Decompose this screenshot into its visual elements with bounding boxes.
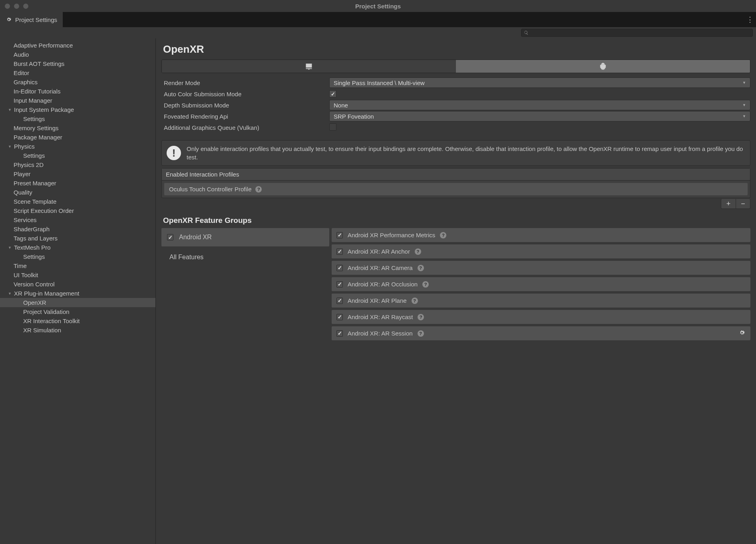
sidebar-item-openxr[interactable]: OpenXR — [0, 298, 155, 307]
sidebar-item-xr-plug-in-management[interactable]: XR Plug-in Management — [0, 289, 155, 298]
sidebar-item-settings[interactable]: Settings — [0, 252, 155, 261]
info-box: ! Only enable interaction profiles that … — [161, 140, 750, 166]
sidebar-item-tags-and-layers[interactable]: Tags and Layers — [0, 234, 155, 243]
sidebar-item-settings[interactable]: Settings — [0, 114, 155, 123]
feature-row[interactable]: Android XR: AR Raycast? — [332, 310, 750, 324]
platform-tab-standalone[interactable] — [162, 60, 456, 73]
more-menu-icon[interactable]: ⋮ — [744, 12, 756, 27]
sidebar-item-preset-manager[interactable]: Preset Manager — [0, 179, 155, 188]
feature-checkbox[interactable] — [336, 232, 343, 238]
feature-groups-title: OpenXR Feature Groups — [163, 216, 750, 225]
sidebar-item-xr-simulation[interactable]: XR Simulation — [0, 326, 155, 335]
content-panel: OpenXR Render Mode Single Pass Instanced… — [156, 38, 756, 544]
help-icon[interactable]: ? — [418, 265, 424, 271]
tab-bar: Project Settings ⋮ — [0, 12, 756, 27]
sidebar-item-package-manager[interactable]: Package Manager — [0, 133, 155, 142]
feature-checkbox[interactable] — [336, 248, 343, 255]
sidebar-item-physics-2d[interactable]: Physics 2D — [0, 160, 155, 169]
feature-label: Android XR Performance Metrics — [348, 232, 435, 238]
minimize-window-icon[interactable] — [14, 4, 19, 9]
interaction-profiles-header: Enabled Interaction Profiles — [162, 169, 750, 181]
sidebar-item-in-editor-tutorials[interactable]: In-Editor Tutorials — [0, 87, 155, 96]
feature-row[interactable]: Android XR: AR Plane? — [332, 294, 750, 308]
feature-group-label: Android XR — [179, 234, 212, 241]
feature-group-all-features[interactable]: All Features — [161, 248, 329, 266]
sidebar-item-ui-toolkit[interactable]: UI Toolkit — [0, 270, 155, 280]
feature-label: Android XR: AR Raycast — [348, 314, 413, 320]
feature-row[interactable]: Android XR: AR Anchor? — [332, 244, 750, 258]
feature-label: Android XR: AR Plane — [348, 297, 407, 304]
help-icon[interactable]: ? — [255, 186, 262, 193]
sidebar-item-services[interactable]: Services — [0, 215, 155, 224]
sidebar: Adaptive PerformanceAudioBurst AOT Setti… — [0, 38, 156, 544]
tab-project-settings[interactable]: Project Settings — [0, 12, 63, 27]
window-title: Project Settings — [355, 3, 401, 10]
help-icon[interactable]: ? — [412, 298, 418, 304]
feature-checkbox[interactable] — [336, 265, 343, 271]
feature-label: Android XR: AR Session — [348, 330, 413, 337]
sidebar-item-input-system-package[interactable]: Input System Package — [0, 105, 155, 114]
search-row — [0, 27, 756, 38]
checkbox-additional-queue[interactable] — [329, 123, 336, 131]
monitor-icon — [305, 62, 313, 70]
feature-checkbox[interactable] — [336, 298, 343, 304]
sidebar-item-time[interactable]: Time — [0, 261, 155, 270]
feature-checkbox[interactable] — [336, 281, 343, 288]
sidebar-item-graphics[interactable]: Graphics — [0, 77, 155, 87]
maximize-window-icon[interactable] — [23, 4, 28, 9]
remove-profile-button[interactable]: − — [736, 199, 750, 208]
dropdown-foveated[interactable]: SRP Foveation — [329, 111, 750, 121]
help-icon[interactable]: ? — [440, 232, 446, 238]
feature-checkbox[interactable] — [336, 330, 343, 337]
features-list: Android XR Performance Metrics?Android X… — [332, 228, 750, 340]
help-icon[interactable]: ? — [415, 248, 421, 255]
feature-group-android-xr[interactable]: Android XR — [161, 228, 329, 246]
sidebar-item-textmesh-pro[interactable]: TextMesh Pro — [0, 243, 155, 252]
sidebar-item-quality[interactable]: Quality — [0, 188, 155, 197]
sidebar-item-physics[interactable]: Physics — [0, 142, 155, 151]
sidebar-item-input-manager[interactable]: Input Manager — [0, 96, 155, 105]
android-icon — [599, 62, 607, 70]
close-window-icon[interactable] — [5, 4, 10, 9]
feature-row[interactable]: Android XR Performance Metrics? — [332, 228, 750, 242]
add-profile-button[interactable]: + — [721, 199, 736, 208]
help-icon[interactable]: ? — [418, 314, 424, 320]
help-icon[interactable]: ? — [418, 330, 424, 337]
feature-row[interactable]: Android XR: AR Occlusion? — [332, 277, 750, 291]
dropdown-depth-submission[interactable]: None — [329, 100, 750, 110]
feature-label: Android XR: AR Anchor — [348, 248, 410, 255]
feature-row[interactable]: Android XR: AR Session? — [332, 326, 750, 340]
sidebar-item-player[interactable]: Player — [0, 169, 155, 179]
sidebar-item-scene-template[interactable]: Scene Template — [0, 197, 155, 206]
sidebar-item-project-validation[interactable]: Project Validation — [0, 307, 155, 316]
sidebar-item-xr-interaction-toolkit[interactable]: XR Interaction Toolkit — [0, 316, 155, 326]
feature-label: Android XR: AR Camera — [348, 264, 413, 271]
feature-checkbox[interactable] — [336, 314, 343, 320]
sidebar-item-version-control[interactable]: Version Control — [0, 280, 155, 289]
search-input[interactable] — [521, 29, 753, 37]
titlebar: Project Settings — [0, 0, 756, 12]
interaction-profile-row[interactable]: Oculus Touch Controller Profile? — [164, 183, 748, 195]
sidebar-item-memory-settings[interactable]: Memory Settings — [0, 123, 155, 133]
profile-label: Oculus Touch Controller Profile — [169, 186, 251, 193]
sidebar-item-audio[interactable]: Audio — [0, 50, 155, 59]
window-controls — [0, 4, 28, 9]
sidebar-item-shadergraph[interactable]: ShaderGraph — [0, 224, 155, 234]
help-icon[interactable]: ? — [422, 281, 429, 288]
dropdown-render-mode[interactable]: Single Pass Instanced \ Multi-view — [329, 77, 750, 88]
label-foveated: Foveated Rendering Api — [161, 113, 329, 120]
platform-tabs — [161, 60, 750, 73]
sidebar-item-settings[interactable]: Settings — [0, 151, 155, 160]
label-auto-color: Auto Color Submission Mode — [161, 91, 329, 97]
gear-icon[interactable] — [738, 329, 746, 338]
sidebar-item-script-execution-order[interactable]: Script Execution Order — [0, 206, 155, 215]
sidebar-item-adaptive-performance[interactable]: Adaptive Performance — [0, 41, 155, 50]
checkbox-auto-color[interactable] — [329, 90, 336, 97]
feature-group-checkbox[interactable] — [167, 234, 173, 240]
sidebar-item-burst-aot-settings[interactable]: Burst AOT Settings — [0, 59, 155, 68]
platform-tab-android[interactable] — [456, 60, 750, 73]
page-title: OpenXR — [163, 43, 750, 56]
sidebar-item-editor[interactable]: Editor — [0, 68, 155, 77]
interaction-profiles-section: Enabled Interaction Profiles Oculus Touc… — [161, 168, 750, 198]
feature-row[interactable]: Android XR: AR Camera? — [332, 261, 750, 275]
